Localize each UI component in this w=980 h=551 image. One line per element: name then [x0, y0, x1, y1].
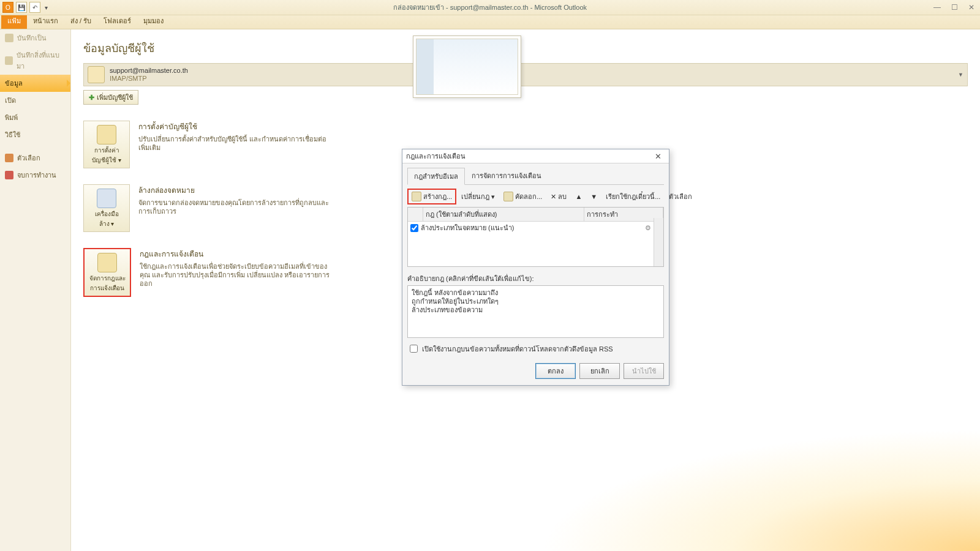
cleanup-tools-button[interactable]: เครื่องมือล้าง ▾ — [83, 184, 130, 232]
sidebar-open[interactable]: เปิด — [0, 92, 70, 109]
sidebar-exit[interactable]: จบการทำงาน — [0, 167, 70, 184]
rss-label: เปิดใช้งานกฎบนข้อความทั้งหมดที่ดาวน์โหลด… — [422, 343, 613, 354]
rules-alerts-button[interactable]: จัดการกฎและการแจ้งเตือน — [83, 248, 131, 297]
rule-options-button[interactable]: ตัวเลือก — [665, 189, 696, 204]
ribbon-tabs: แฟ้ม หน้าแรก ส่ง / รับ โฟลเดอร์ มุมมอง — [0, 15, 980, 29]
rule-name: ล้างประเภทในจดหมาย (แนะนำ) — [421, 222, 514, 233]
attachments-icon — [5, 56, 13, 65]
ok-button[interactable]: ตกลง — [535, 363, 576, 379]
page-title: ข้อมูลบัญชีผู้ใช้ — [83, 39, 968, 57]
sidebar-help[interactable]: วิธีใช้ — [0, 126, 70, 143]
rules-icon — [97, 253, 117, 272]
run-rules-button[interactable]: เรียกใช้กฎเดี๋ยวนี้... — [602, 189, 664, 204]
change-rule-button[interactable]: เปลี่ยนกฎ ▾ — [458, 189, 499, 204]
rules-toolbar: สร้างกฎ... เปลี่ยนกฎ ▾ คัดลอก... ✕ลบ ▲ ▼… — [407, 189, 664, 204]
save-as-icon — [5, 34, 13, 42]
tab-sendreceive[interactable]: ส่ง / รับ — [64, 13, 97, 29]
dialog-title: กฎและการแจ้งเตือน — [406, 151, 466, 162]
new-rule-icon — [412, 192, 421, 201]
dialog-close-button[interactable]: ✕ — [650, 152, 665, 161]
copy-rule-button[interactable]: คัดลอก... — [500, 189, 546, 204]
account-settings-desc: ปรับเปลี่ยนการตั้งค่าสำหรับบัญชีผู้ใช้นี… — [138, 135, 334, 152]
options-icon — [5, 154, 13, 162]
cancel-button[interactable]: ยกเลิก — [579, 363, 620, 379]
backstage-sidebar: บันทึกเป็น บันทึกสิ่งที่แนบมา ข้อมูล เปิ… — [0, 29, 71, 551]
cleanup-desc: จัดการขนาดกล่องจดหมายของคุณโดยการล้างราย… — [138, 198, 334, 216]
tab-folder[interactable]: โฟลเดอร์ — [97, 13, 137, 29]
move-up-button[interactable]: ▲ — [571, 191, 586, 202]
cleanup-title: ล้างกล่องจดหมาย — [138, 184, 334, 196]
account-settings-title: การตั้งค่าบัญชีผู้ใช้ — [138, 121, 334, 132]
backstage-main: ข้อมูลบัญชีผู้ใช้ support@mailmaster.co.… — [71, 29, 980, 551]
delete-icon: ✕ — [551, 193, 556, 201]
titlebar: O 💾 ↶ ▾ กล่องจดหมายเข้า - support@mailma… — [0, 0, 980, 15]
sidebar-save-as[interactable]: บันทึกเป็น — [0, 29, 70, 47]
rules-title: กฎและการแจ้งเตือน — [140, 248, 336, 260]
sidebar-print[interactable]: พิมพ์ — [0, 109, 70, 126]
minimize-button[interactable]: — — [929, 2, 946, 13]
rule-description-box[interactable]: ใช้กฎนี้ หลังจากข้อความมาถึง ถูกกำหนดให้… — [407, 285, 664, 338]
maximize-button[interactable]: ☐ — [946, 2, 963, 13]
new-rule-button[interactable]: สร้างกฎ... — [407, 189, 456, 204]
apply-button[interactable]: นำไปใช้ — [624, 363, 664, 379]
app-icon[interactable]: O — [2, 2, 13, 13]
sidebar-options[interactable]: ตัวเลือก — [0, 149, 70, 167]
tab-home[interactable]: หน้าแรก — [27, 13, 64, 29]
arrow-down-icon: ▼ — [590, 193, 597, 200]
cleanup-icon — [97, 189, 116, 208]
window-controls: — ☐ ✕ — [929, 2, 980, 13]
window-title: กล่องจดหมายเข้า - support@mailmaster.co.… — [393, 2, 587, 13]
copy-icon — [503, 192, 513, 201]
chevron-down-icon: ▼ — [958, 72, 963, 78]
tab-email-rules[interactable]: กฎสำหรับอีเมล — [407, 168, 465, 185]
rules-dialog: กฎและการแจ้งเตือน ✕ กฎสำหรับอีเมล การจัด… — [402, 149, 669, 386]
rules-desc: ใช้กฎและการแจ้งเตือนเพื่อช่วยจัดระเบียบข… — [140, 262, 336, 288]
qat-dropdown-icon[interactable]: ▾ — [43, 2, 49, 12]
quick-access-toolbar: O 💾 ↶ ▾ — [0, 2, 51, 13]
tab-file[interactable]: แฟ้ม — [1, 13, 27, 29]
undo-icon[interactable]: ↶ — [29, 2, 40, 13]
tab-view[interactable]: มุมมอง — [137, 13, 170, 29]
rules-listbox[interactable]: กฎ (ใช้ตามลำดับที่แสดง) การกระทำ ล้างประ… — [407, 207, 664, 267]
account-icon — [88, 66, 105, 83]
scrollbar[interactable] — [654, 218, 663, 266]
col-rule: กฎ (ใช้ตามลำดับที่แสดง) — [423, 208, 584, 221]
arrow-up-icon: ▲ — [575, 193, 582, 200]
save-icon[interactable]: 💾 — [16, 2, 27, 13]
account-settings-icon — [97, 125, 116, 144]
rule-action-icon: ⚙ — [645, 224, 651, 232]
exit-icon — [5, 171, 13, 179]
preview-thumbnail — [413, 36, 521, 98]
sidebar-info[interactable]: ข้อมูล — [0, 75, 70, 92]
tab-manage-alerts[interactable]: การจัดการการแจ้งเตือน — [465, 167, 548, 184]
col-action: การกระทำ — [584, 208, 663, 221]
rule-description-label: คำอธิบายกฎ (คลิกค่าที่ขีดเส้นใต้เพื่อแก้… — [407, 273, 664, 284]
account-protocol: IMAP/SMTP — [110, 75, 188, 83]
account-settings-button[interactable]: การตั้งค่าบัญชีผู้ใช้ ▾ — [83, 121, 130, 168]
move-down-button[interactable]: ▼ — [587, 191, 601, 202]
plus-icon: ✚ — [89, 94, 94, 102]
account-email: support@mailmaster.co.th — [110, 67, 188, 75]
account-selector[interactable]: support@mailmaster.co.th IMAP/SMTP ▼ — [83, 63, 968, 86]
rule-checkbox[interactable] — [410, 224, 418, 232]
add-account-button[interactable]: ✚เพิ่มบัญชีผู้ใช้ — [83, 90, 138, 105]
sidebar-save-attachments[interactable]: บันทึกสิ่งที่แนบมา — [0, 47, 70, 75]
close-button[interactable]: ✕ — [963, 2, 980, 13]
rule-row[interactable]: ล้างประเภทในจดหมาย (แนะนำ) ⚙ — [408, 222, 663, 234]
delete-rule-button[interactable]: ✕ลบ — [547, 189, 570, 204]
rss-checkbox[interactable] — [410, 345, 418, 353]
